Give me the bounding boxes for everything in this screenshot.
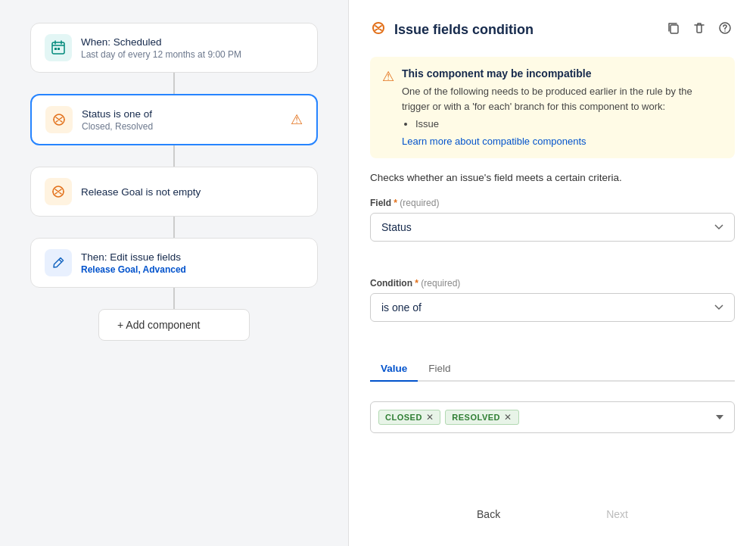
condition-description: Checks whether an issue's field meets a … bbox=[370, 170, 735, 186]
tab-field[interactable]: Field bbox=[418, 358, 461, 382]
tag-closed: CLOSED ✕ bbox=[378, 410, 440, 425]
next-button: Next bbox=[576, 501, 658, 528]
svg-rect-4 bbox=[54, 48, 57, 50]
field-select-wrapper: Status bbox=[370, 213, 735, 242]
panel-title: Issue fields condition bbox=[394, 22, 656, 38]
scheduled-icon bbox=[45, 34, 72, 61]
connector-1 bbox=[173, 73, 175, 94]
status-icon bbox=[45, 106, 73, 133]
left-panel: When: Scheduled Last day of every 12 mon… bbox=[0, 0, 348, 546]
status-title: Status is one of bbox=[82, 108, 282, 120]
value-field-tabs: Value Field bbox=[370, 358, 735, 382]
edit-issue-icon bbox=[45, 249, 72, 276]
back-button[interactable]: Back bbox=[446, 501, 530, 528]
panel-header: Issue fields condition bbox=[370, 18, 735, 42]
warning-description: One of the following needs to be produce… bbox=[402, 84, 723, 114]
edit-issue-title: Then: Edit issue fields bbox=[81, 251, 303, 263]
tab-value[interactable]: Value bbox=[370, 358, 418, 382]
svg-point-9 bbox=[724, 30, 726, 32]
status-warning-icon: ⚠ bbox=[291, 111, 303, 128]
scheduled-subtitle: Last day of every 12 months at 9:00 PM bbox=[81, 49, 303, 60]
field-group: Field * (required) Status bbox=[370, 198, 735, 254]
svg-rect-5 bbox=[58, 48, 60, 50]
field-label: Field * (required) bbox=[370, 198, 735, 208]
tags-input[interactable]: CLOSED ✕ RESOLVED ✕ bbox=[370, 401, 735, 433]
svg-rect-7 bbox=[670, 25, 678, 33]
edit-issue-subtitle: Release Goal, Advanced bbox=[81, 264, 303, 275]
condition-label: Condition * (required) bbox=[370, 278, 735, 289]
flow-item-edit-issue[interactable]: Then: Edit issue fields Release Goal, Ad… bbox=[30, 238, 318, 288]
header-actions bbox=[664, 18, 735, 42]
delete-button[interactable] bbox=[689, 18, 709, 42]
condition-select[interactable]: is one of bbox=[370, 293, 735, 322]
scheduled-title: When: Scheduled bbox=[81, 36, 303, 48]
panel-footer: Back Next bbox=[370, 495, 735, 528]
status-subtitle: Closed, Resolved bbox=[82, 121, 282, 132]
connector-3 bbox=[173, 217, 175, 238]
release-goal-title: Release Goal is not empty bbox=[81, 186, 303, 198]
warning-box: ⚠ This component may be incompatible One… bbox=[370, 57, 735, 158]
condition-select-wrapper: is one of bbox=[370, 293, 735, 322]
release-goal-icon bbox=[45, 178, 72, 205]
flow-item-release-goal[interactable]: Release Goal is not empty bbox=[30, 167, 318, 217]
warning-learn-more-link[interactable]: Learn more about compatible components bbox=[402, 136, 586, 147]
connector-4 bbox=[173, 288, 175, 309]
right-panel: Issue fields condition bbox=[348, 0, 756, 546]
warning-title: This component may be incompatible bbox=[402, 67, 723, 80]
tag-resolved-label: RESOLVED bbox=[452, 413, 500, 422]
svg-line-6 bbox=[59, 260, 62, 263]
help-button[interactable] bbox=[715, 18, 735, 42]
warning-list-item: Issue bbox=[415, 118, 723, 129]
tag-resolved-remove[interactable]: ✕ bbox=[504, 412, 512, 423]
tag-resolved: RESOLVED ✕ bbox=[445, 410, 518, 425]
add-component-button[interactable]: + Add component bbox=[98, 309, 250, 341]
tag-closed-remove[interactable]: ✕ bbox=[426, 412, 434, 423]
tag-closed-label: CLOSED bbox=[385, 413, 422, 422]
panel-header-icon bbox=[370, 20, 387, 41]
field-select[interactable]: Status bbox=[370, 213, 735, 242]
connector-2 bbox=[173, 145, 175, 167]
copy-button[interactable] bbox=[664, 18, 683, 42]
warning-triangle-icon: ⚠ bbox=[382, 68, 394, 148]
flow-item-status[interactable]: Status is one of Closed, Resolved ⚠ bbox=[30, 94, 318, 145]
flow-item-scheduled[interactable]: When: Scheduled Last day of every 12 mon… bbox=[30, 23, 318, 73]
condition-group: Condition * (required) is one of bbox=[370, 278, 735, 334]
